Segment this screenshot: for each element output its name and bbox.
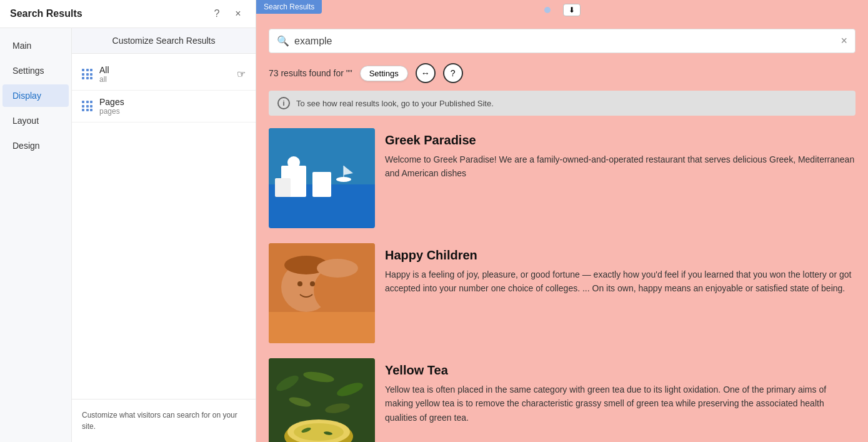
results-count: 73 results found for "" [269,68,352,78]
item-name-all: All [99,65,109,75]
tea-image-svg [269,358,375,442]
info-text: To see how real results look, go to your… [296,99,494,108]
info-icon: i [277,97,290,109]
result-desc-greek-paradise: Welcome to Greek Paradise! We are a fami… [385,153,856,181]
right-preview: Search Results ⬇ 🔍 × 73 results found fo… [256,0,868,442]
download-icon: ⬇ [569,6,575,14]
sidebar-item-settings[interactable]: Settings [2,59,69,82]
greek-image-svg [269,128,375,228]
result-info-happy-children: Happy Children Happy is a feeling of joy… [385,243,856,343]
panel-title: Search Results [10,8,82,19]
help-button[interactable]: ? [209,6,224,21]
result-title-yellow-tea: Yellow Tea [385,363,856,378]
customize-footer: Customize what visitors can search for o… [72,399,256,442]
preview-download-button[interactable]: ⬇ [563,4,581,16]
sidebar-item-design[interactable]: Design [2,134,69,157]
item-sub-all: all [99,75,109,84]
customize-items: All all ☞ Pages pages [72,54,256,399]
result-card-happy-children: Happy Children Happy is a feeling of joy… [269,243,856,343]
result-desc-happy-children: Happy is a feeling of joy, pleasure, or … [385,268,856,296]
result-image-happy-children [269,243,375,343]
result-desc-yellow-tea: Yellow tea is often placed in the same c… [385,383,856,424]
result-card-greek-paradise: Greek Paradise Welcome to Greek Paradise… [269,128,856,228]
customize-item-all[interactable]: All all ☞ [72,59,256,91]
panel-header-icons: ? × [209,6,246,21]
customize-panel: Customize Search Results All all ☞ [72,28,256,442]
panel-header: Search Results ? × [0,0,256,28]
customize-header: Customize Search Results [72,28,256,54]
sidebar-item-display[interactable]: Display [2,84,69,107]
svg-point-6 [336,177,351,182]
result-info-greek-paradise: Greek Paradise Welcome to Greek Paradise… [385,128,856,228]
preview-tab: Search Results [256,0,322,14]
item-info-pages: Pages pages [99,97,124,116]
svg-point-26 [294,423,344,441]
result-card-yellow-tea: Yellow Tea Yellow tea is often placed in… [269,358,856,442]
search-icon: 🔍 [277,35,289,47]
help-circle-button[interactable]: ? [443,63,463,83]
info-bar: i To see how real results look, go to yo… [269,91,856,116]
customize-item-pages[interactable]: Pages pages [72,91,256,123]
result-info-yellow-tea: Yellow Tea Yellow tea is often placed in… [385,358,856,442]
svg-rect-17 [269,312,375,343]
item-name-pages: Pages [99,97,124,107]
left-panel: Search Results ? × Main Settings Display… [0,0,256,442]
result-title-greek-paradise: Greek Paradise [385,133,856,148]
search-input[interactable] [294,36,841,47]
search-clear-button[interactable]: × [841,34,847,48]
panel-body: Main Settings Display Layout Design Cust… [0,28,256,442]
results-info-row: 73 results found for "" Settings ↔ ? [269,63,856,83]
preview-dot [544,7,551,13]
grid-icon-pages [82,101,93,112]
svg-rect-3 [287,156,300,169]
preview-content: 🔍 × 73 results found for "" Settings ↔ ?… [256,19,868,442]
cursor-icon: ☞ [237,69,246,79]
search-bar-wrapper: 🔍 × [269,29,856,53]
children-image-svg [269,243,375,343]
svg-rect-4 [312,172,331,197]
result-image-greek-paradise [269,128,375,228]
close-button[interactable]: × [231,6,246,21]
item-info-all: All all [99,65,109,84]
svg-rect-5 [275,178,291,197]
item-sub-pages: pages [99,107,124,116]
settings-button[interactable]: Settings [360,66,408,81]
result-image-yellow-tea [269,358,375,442]
resize-icon-button[interactable]: ↔ [416,63,436,83]
sidebar-item-layout[interactable]: Layout [2,109,69,132]
preview-top-bar: ⬇ [256,0,868,19]
sidebar-nav: Main Settings Display Layout Design [0,28,72,442]
result-title-happy-children: Happy Children [385,248,856,263]
sidebar-item-main[interactable]: Main [2,34,69,57]
grid-icon-all [82,69,93,80]
